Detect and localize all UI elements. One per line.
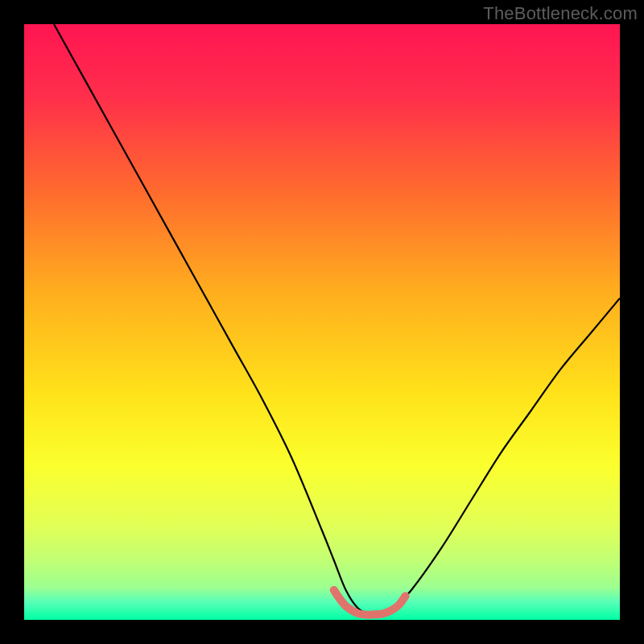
bottleneck-chart (0, 0, 644, 644)
watermark-text: TheBottleneck.com (483, 3, 638, 24)
